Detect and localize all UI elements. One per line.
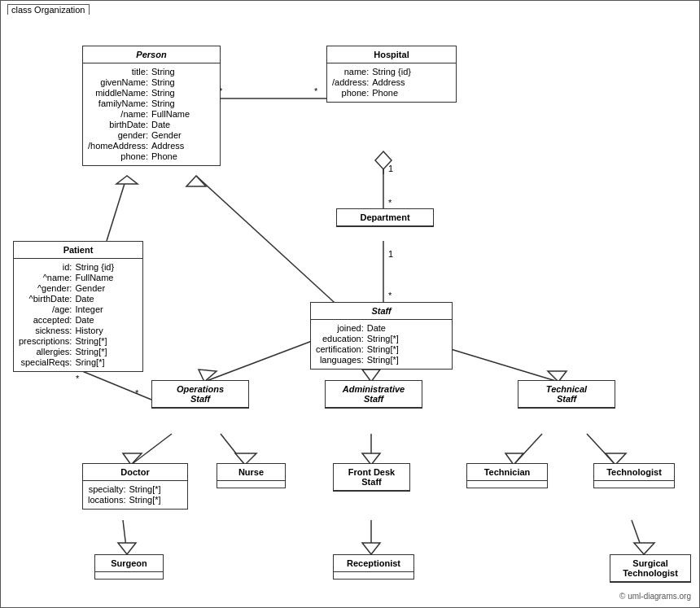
technologist-class: Technologist: [593, 463, 675, 488]
receptionist-class-header: Receptionist: [334, 555, 413, 572]
technologist-no-body: [594, 481, 674, 488]
receptionist-class: Receptionist: [333, 554, 414, 580]
nurse-no-body: [217, 481, 285, 488]
svg-line-39: [82, 371, 151, 400]
svg-line-31: [587, 434, 615, 465]
staff-class-header: Staff: [311, 303, 452, 320]
patient-class: Patient id:String {id} ^name:FullName ^g…: [13, 241, 143, 372]
staff-class-body: joined:Date education:String[*] certific…: [311, 320, 452, 369]
patient-class-body: id:String {id} ^name:FullName ^gender:Ge…: [14, 259, 142, 371]
svg-line-33: [123, 520, 127, 554]
svg-line-17: [204, 339, 318, 382]
surgeon-no-body: [95, 572, 163, 579]
svg-marker-4: [375, 151, 392, 169]
surgical-technologist-class: SurgicalTechnologist: [610, 554, 691, 583]
hospital-class-body: name:String {id} /address:Address phone:…: [327, 63, 456, 102]
technologist-class-header: Technologist: [594, 464, 674, 481]
administrative-staff-header: AdministrativeStaff: [326, 381, 422, 408]
surgeon-class: Surgeon: [94, 554, 164, 580]
technician-class-header: Technician: [467, 464, 547, 481]
svg-text:*: *: [135, 388, 139, 398]
technician-class: Technician: [466, 463, 548, 488]
svg-marker-38: [634, 543, 654, 554]
operations-staff-header: OperationsStaff: [152, 381, 248, 408]
svg-text:*: *: [388, 291, 392, 300]
operations-staff-class: OperationsStaff: [151, 380, 249, 409]
front-desk-staff-header: Front DeskStaff: [334, 464, 409, 491]
svg-line-29: [514, 434, 542, 465]
doctor-class-header: Doctor: [83, 464, 187, 481]
receptionist-no-body: [334, 572, 413, 579]
nurse-class-header: Nurse: [217, 464, 285, 481]
svg-text:1: 1: [388, 249, 393, 259]
svg-line-15: [196, 176, 343, 310]
department-class-header: Department: [337, 209, 433, 226]
copyright-text: © uml-diagrams.org: [619, 592, 691, 601]
svg-marker-34: [118, 543, 136, 554]
svg-line-25: [221, 434, 245, 465]
diagram-title: class Organization: [7, 4, 90, 15]
nurse-class: Nurse: [217, 463, 286, 488]
hospital-class: Hospital name:String {id} /address:Addre…: [326, 46, 457, 103]
department-class: Department: [336, 208, 434, 227]
svg-marker-36: [362, 543, 380, 554]
front-desk-staff-class: Front DeskStaff: [333, 463, 410, 492]
person-class-header: Person: [83, 46, 220, 63]
svg-text:*: *: [76, 374, 80, 383]
technical-staff-class: TechnicalStaff: [518, 380, 615, 409]
technician-no-body: [467, 481, 547, 488]
svg-line-13: [107, 176, 127, 241]
svg-line-23: [131, 434, 172, 465]
svg-marker-16: [186, 176, 206, 186]
svg-text:*: *: [314, 86, 318, 96]
hospital-class-header: Hospital: [327, 46, 456, 63]
svg-text:*: *: [388, 198, 392, 208]
surgeon-class-header: Surgeon: [95, 555, 163, 572]
svg-marker-14: [116, 176, 138, 184]
svg-line-37: [632, 520, 644, 554]
surgical-technologist-header: SurgicalTechnologist: [610, 555, 690, 582]
person-class-body: title:String givenName:String middleName…: [83, 63, 220, 165]
doctor-class: Doctor specialty:String[*] locations:Str…: [82, 463, 188, 510]
technical-staff-header: TechnicalStaff: [518, 381, 615, 408]
diagram-container: class Organization * * 1 * 1 *: [0, 0, 700, 608]
svg-text:1: 1: [388, 164, 393, 173]
person-class: Person title:String givenName:String mid…: [82, 46, 221, 166]
doctor-class-body: specialty:String[*] locations:String[*]: [83, 481, 187, 509]
patient-class-header: Patient: [14, 242, 142, 259]
staff-class: Staff joined:Date education:String[*] ce…: [310, 302, 453, 370]
administrative-staff-class: AdministrativeStaff: [325, 380, 422, 409]
